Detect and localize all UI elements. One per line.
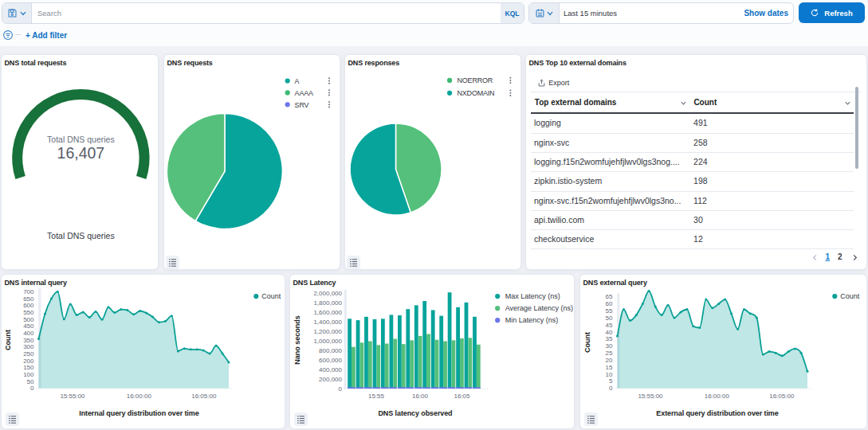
- svg-text:A: A: [295, 77, 300, 85]
- svg-text:550: 550: [23, 309, 34, 316]
- svg-text:Max Latency (ns): Max Latency (ns): [505, 292, 560, 300]
- svg-text:600,000: 600,000: [319, 357, 342, 364]
- svg-text:40: 40: [606, 329, 613, 336]
- svg-text:45: 45: [606, 322, 613, 329]
- svg-text:Count: Count: [583, 332, 591, 353]
- svg-text:65: 65: [606, 293, 613, 300]
- svg-text:15: 15: [606, 364, 613, 371]
- svg-text:16:00: 16:00: [412, 393, 429, 400]
- svg-text:SRV: SRV: [295, 101, 309, 109]
- svg-text:250: 250: [23, 350, 34, 358]
- svg-text:700: 700: [23, 288, 34, 295]
- svg-text:600: 600: [23, 302, 34, 309]
- svg-text:25: 25: [606, 350, 613, 357]
- svg-text:2,000,000: 2,000,000: [313, 290, 342, 297]
- svg-text:Nano seconds: Nano seconds: [293, 315, 301, 365]
- svg-text:Total DNS queries: Total DNS queries: [47, 231, 115, 240]
- svg-text:AAAA: AAAA: [295, 89, 313, 97]
- svg-text:1,600,000: 1,600,000: [313, 309, 342, 316]
- svg-text:0: 0: [609, 385, 613, 392]
- svg-text:16:00:00: 16:00:00: [127, 393, 152, 400]
- svg-text:16:05:00: 16:05:00: [191, 393, 217, 400]
- svg-text:16:05:00: 16:05:00: [769, 393, 795, 400]
- svg-text:16:05: 16:05: [454, 393, 470, 400]
- svg-text:400,000: 400,000: [319, 366, 342, 373]
- svg-text:150: 150: [23, 364, 34, 371]
- svg-text:650: 650: [23, 295, 34, 303]
- svg-text:Min Latency (ns): Min Latency (ns): [505, 316, 559, 324]
- svg-text:Average Latency (ns): Average Latency (ns): [505, 304, 573, 312]
- svg-text:1,800,000: 1,800,000: [313, 299, 342, 307]
- svg-text:350: 350: [23, 337, 34, 344]
- svg-text:16,407: 16,407: [57, 144, 105, 162]
- svg-text:Count: Count: [261, 292, 281, 300]
- svg-text:Count: Count: [4, 330, 12, 350]
- svg-text:20: 20: [606, 357, 613, 364]
- svg-text:1,000,000: 1,000,000: [313, 338, 342, 345]
- svg-text:DNS latency observed: DNS latency observed: [378, 409, 452, 417]
- svg-text:16:00:00: 16:00:00: [705, 393, 730, 400]
- svg-text:NXDOMAIN: NXDOMAIN: [458, 89, 495, 97]
- svg-text:10: 10: [606, 371, 613, 378]
- svg-text:1,400,000: 1,400,000: [313, 319, 342, 326]
- svg-text:50: 50: [606, 315, 613, 322]
- svg-text:NOERROR: NOERROR: [458, 76, 493, 84]
- svg-text:500: 500: [23, 316, 34, 323]
- svg-text:30: 30: [606, 342, 613, 350]
- svg-text:100: 100: [23, 371, 34, 378]
- svg-text:1,200,000: 1,200,000: [313, 328, 342, 335]
- svg-text:Count: Count: [840, 292, 860, 300]
- svg-text:35: 35: [606, 335, 613, 342]
- svg-text:200: 200: [23, 358, 34, 365]
- svg-text:60: 60: [606, 300, 613, 307]
- svg-text:Total DNS queries: Total DNS queries: [47, 135, 115, 144]
- svg-text:0: 0: [339, 385, 343, 393]
- svg-text:Internal query distribution ov: Internal query distribution over time: [79, 409, 198, 417]
- svg-text:5: 5: [609, 377, 613, 385]
- svg-text:400: 400: [23, 330, 34, 337]
- svg-text:15:55: 15:55: [368, 393, 385, 400]
- svg-text:200,000: 200,000: [319, 376, 342, 383]
- svg-text:300: 300: [23, 343, 34, 350]
- svg-text:15:55:00: 15:55:00: [638, 393, 663, 400]
- svg-text:800,000: 800,000: [319, 347, 342, 354]
- svg-text:55: 55: [606, 307, 613, 315]
- svg-text:0: 0: [30, 385, 34, 392]
- svg-text:50: 50: [27, 378, 34, 385]
- svg-text:15:55:00: 15:55:00: [60, 393, 85, 400]
- svg-text:External query distribution ov: External query distribution over time: [656, 409, 778, 417]
- svg-text:450: 450: [23, 322, 34, 330]
